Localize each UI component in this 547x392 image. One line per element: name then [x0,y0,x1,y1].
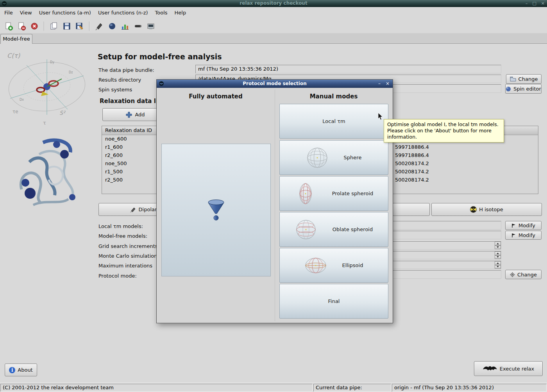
toolbar-button-open-state[interactable] [48,21,59,32]
toolbar-button-results-viewer[interactable] [120,21,130,32]
page-title: Setup for model-free analysis [98,52,222,61]
toolbar-button-new-analysis[interactable] [3,21,14,32]
tab-model-free[interactable]: Model-free [0,34,32,44]
data-pipe-bundle-label: The data pipe bundle: [98,66,154,74]
menu-help[interactable]: Help [171,7,190,19]
relax-bat-icon [483,365,497,372]
dialog-minimize-button[interactable]: – [378,80,381,88]
dialog-titlebar: Protocol mode selection – × [157,80,393,88]
close-all-icon [30,22,39,30]
window-minimize-button[interactable]: – [526,0,528,7]
toolbar-separator [89,21,90,31]
dialog-column-divider [275,89,275,321]
spin-systems-label: Spin systems [98,86,132,94]
prolate-spheroid-icon [295,183,316,205]
protocol-mode-label: Protocol mode: [98,272,137,280]
protein-structure-image [10,131,86,211]
execute-relax-button[interactable]: Execute relax [474,361,543,376]
dy-label: Dy [50,61,54,64]
correlation-function-diagram: C(τ) τe S² τ Dz Dx Dy [3,48,93,128]
window-title: relax repository checkout [0,0,547,6]
toolbar-button-save-state[interactable] [61,21,72,32]
max-iterations-label: Maximum interations [98,262,152,270]
mouse-cursor [378,112,383,122]
spin-up-button[interactable] [495,242,501,246]
results-viewer-icon [121,22,129,30]
dialog-close-button[interactable]: × [386,80,390,88]
dialog-title: Protocol mode selection [157,80,393,88]
menu-user-functions-nz[interactable]: User functions (n-z) [95,7,152,19]
status-copyright: (C) 2001-2012 the relax development team [0,384,313,392]
protocol-mode-dialog: Protocol mode selection – × Fully automa… [156,79,393,323]
change-results-dir-button[interactable]: Change [506,74,542,84]
dx-label: Dx [20,98,24,102]
spin-up-button[interactable] [495,251,501,255]
tau-label: τ [43,120,46,126]
window-titlebar: relax repository checkout – □ × [0,0,547,7]
spin-editor-button[interactable]: Spin editor [505,84,542,94]
funnel-icon [207,199,225,221]
fully-automated-button[interactable] [161,144,271,276]
toolbar-button-relax-prompt[interactable] [145,21,156,32]
toolbar-button-relax-controller[interactable] [94,21,105,32]
column-header-relaxation-data-id: Relaxation data ID [105,127,152,133]
mode-button-ellipsoid[interactable]: Ellipsoid [279,248,388,283]
menu-view[interactable]: View [16,7,36,19]
h-isotope-button[interactable]: H isotope [431,203,542,216]
mode-button-oblate-spheroid[interactable]: Oblate spheroid [279,212,388,247]
mode-button-sphere[interactable]: Sphere [279,140,388,175]
info-icon: i [9,367,15,373]
ellipsoid-icon [305,255,327,276]
spin-down-button[interactable] [495,255,501,259]
manual-modes-heading: Manual modes [275,93,393,100]
oblate-spheroid-icon [295,219,317,241]
folder-icon [510,77,516,82]
corr-title-label: C(τ) [7,52,20,59]
about-button[interactable]: i About [5,363,37,376]
toolbar-button-close-all-analyses[interactable] [29,21,40,32]
toolbar-button-data-pipe-editor[interactable] [132,21,143,32]
local-tm-models-label: Local τm models: [98,223,143,230]
gear-icon [510,272,515,277]
save-state-icon [63,22,71,30]
fully-automated-heading: Fully automated [157,93,275,100]
toolbar-button-close-analysis[interactable] [16,21,27,32]
menu-tools[interactable]: Tools [152,7,171,19]
monte-carlo-label: Monte Carlo simulation [98,252,157,260]
mode-button-prolate-spheroid[interactable]: Prolate spheroid [279,176,388,211]
status-pipe-value: origin - mf (Thu Sep 20 13:35:36 2012) [392,384,547,392]
statusbar: (C) 2001-2012 the relax development team… [0,383,547,392]
model-free-models-label: Model-free models: [98,232,147,240]
mode-button-final[interactable]: Final [279,284,388,319]
data-pipe-bundle-field[interactable]: mf (Thu Sep 20 13:35:36 2012) [195,65,501,73]
relaxation-data-heading: Relaxation data list [100,98,164,105]
menu-user-functions-am[interactable]: User functions (a-m) [36,7,95,19]
window-maximize-button[interactable]: □ [532,0,536,7]
new-analysis-icon [4,22,13,30]
relax-prompt-icon [147,22,155,30]
modify-flag-icon [511,223,516,228]
toolbar-separator [44,21,45,31]
status-pipe-label: Current data pipe: [313,384,391,392]
spin-down-button[interactable] [495,265,501,269]
spin-viewer-icon [108,22,116,30]
data-pipe-editor-icon [134,22,142,30]
menu-file[interactable]: File [1,7,16,19]
toolbar-button-save-as[interactable] [74,21,85,32]
modify-model-free-button[interactable]: Modify [505,231,542,240]
window-close-button[interactable]: × [541,0,545,7]
change-protocol-mode-button[interactable]: Change [505,270,542,279]
save-as-icon [75,22,84,30]
spin-sphere-icon [506,86,511,92]
mode-button-local-tm[interactable]: Local τm [279,104,388,139]
relax-controller-icon [95,22,104,30]
modify-local-tm-button[interactable]: Modify [505,221,542,230]
te-label: τe [13,109,18,114]
spin-down-button[interactable] [495,246,501,249]
radiation-icon [470,206,477,213]
menubar: File View User functions (a-m) User func… [0,7,547,19]
results-directory-label: Results directory [98,76,141,84]
sphere-icon [306,147,328,169]
toolbar-button-spin-viewer[interactable] [107,21,118,32]
spin-up-button[interactable] [495,261,501,265]
